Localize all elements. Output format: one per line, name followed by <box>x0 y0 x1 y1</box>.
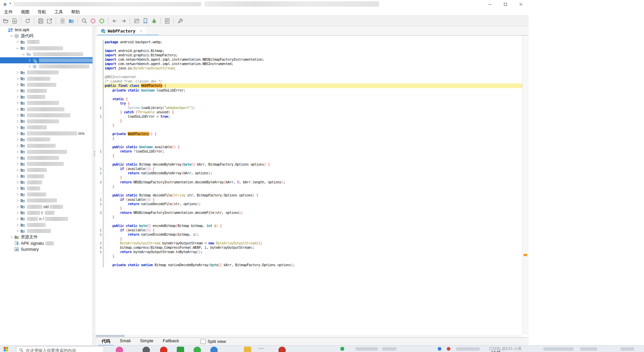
chevron-right-icon[interactable] <box>15 125 20 130</box>
toolbar-export-button[interactable] <box>45 16 54 25</box>
toolbar-deobfuscation-button[interactable] <box>132 16 141 25</box>
taskbar-app-icon[interactable] <box>160 347 167 352</box>
maximize-button[interactable] <box>498 0 513 9</box>
tree-row[interactable]: test.apk <box>0 27 93 33</box>
toolbar-debugger-button[interactable] <box>150 16 158 25</box>
chevron-right-icon[interactable] <box>15 162 20 167</box>
split-view-toggle[interactable]: Split view <box>201 339 226 344</box>
tree-row[interactable] <box>0 112 93 118</box>
chevron-right-icon[interactable] <box>15 229 20 234</box>
vertical-scrollbar[interactable] <box>522 36 529 335</box>
tree-row[interactable] <box>0 63 93 69</box>
tree-row[interactable]: Summary <box>0 246 93 252</box>
tree-row[interactable] <box>0 82 93 88</box>
chevron-right-icon[interactable] <box>15 192 20 197</box>
taskbar-app-icon[interactable] <box>177 347 184 352</box>
tree-row[interactable] <box>0 94 93 100</box>
tree-row[interactable]: t: <box>0 210 93 216</box>
chevron-right-icon[interactable] <box>27 58 32 63</box>
bottom-tab-code[interactable]: 代码 <box>98 338 114 346</box>
chevron-right-icon[interactable] <box>15 107 20 112</box>
chevron-right-icon[interactable] <box>15 216 20 221</box>
chevron-right-icon[interactable] <box>15 101 20 106</box>
split-view-checkbox[interactable] <box>201 339 206 344</box>
chevron-right-icon[interactable] <box>15 180 20 185</box>
toolbar-reload-button[interactable] <box>23 16 32 25</box>
chevron-right-icon[interactable] <box>15 95 20 100</box>
toolbar-nav-back-button[interactable] <box>110 16 119 25</box>
tree-row[interactable] <box>0 106 93 112</box>
taskbar-search-box[interactable]: 在这里输入你要搜索的内容 <box>16 346 104 352</box>
chevron-right-icon[interactable] <box>15 223 20 228</box>
tree-row[interactable]: 源代码 <box>0 33 93 39</box>
toolbar-preferences-button[interactable] <box>176 16 184 25</box>
chevron-right-icon[interactable] <box>27 64 32 69</box>
tree-row[interactable] <box>0 149 93 155</box>
chevron-right-icon[interactable] <box>15 204 20 209</box>
tree-row[interactable] <box>0 136 93 142</box>
chevron-right-icon[interactable] <box>15 186 20 191</box>
tree-row[interactable] <box>0 76 93 82</box>
tray-app-icon[interactable] <box>447 347 450 351</box>
tree-row[interactable]: 资源文件 <box>0 234 93 240</box>
tree-row[interactable] <box>0 69 93 75</box>
toolbar-search-comment-button[interactable] <box>97 16 106 25</box>
toolbar-log-viewer-button[interactable] <box>163 16 171 25</box>
chevron-down-icon[interactable] <box>21 52 26 57</box>
menu-help[interactable]: 帮助 <box>67 9 84 15</box>
tray-app-icon[interactable] <box>340 347 344 351</box>
horizontal-scrollbar[interactable] <box>96 335 522 337</box>
tree-row[interactable]: oid <box>0 203 93 210</box>
chevron-right-icon[interactable] <box>15 70 20 75</box>
taskbar-app-icon[interactable] <box>244 347 251 352</box>
tree-row[interactable] <box>0 191 93 197</box>
taskbar-app-icon[interactable] <box>210 347 218 352</box>
bottom-tab-smali[interactable]: Smali <box>116 338 134 346</box>
tree-row[interactable] <box>0 173 93 179</box>
tree-row[interactable] <box>0 45 93 51</box>
tree-row[interactable]: APK signatu <box>0 240 93 246</box>
start-button-icon[interactable] <box>3 347 8 352</box>
minimize-button[interactable] <box>482 0 498 9</box>
chevron-right-icon[interactable] <box>15 113 20 118</box>
tree-row[interactable] <box>0 222 93 228</box>
bottom-tab-fallback[interactable]: Fallback <box>159 338 182 346</box>
horizontal-scrollbar-thumb[interactable] <box>96 335 125 337</box>
chevron-down-icon[interactable] <box>9 34 14 39</box>
menu-tools[interactable]: 工具 <box>50 9 67 15</box>
chevron-right-icon[interactable] <box>15 119 20 124</box>
code-editor[interactable]: package android.backport.webp;import and… <box>96 36 522 335</box>
chevron-right-icon[interactable] <box>15 143 20 148</box>
taskbar-app-icon[interactable] <box>278 347 286 352</box>
project-tree[interactable]: test.apk源代码consoidt:n /资源文件APK signatuSu… <box>0 26 93 345</box>
bottom-tab-simple[interactable]: Simple <box>137 338 157 346</box>
chevron-right-icon[interactable] <box>15 131 20 136</box>
tab-webpfactory[interactable]: c WebPFactory <box>98 27 146 35</box>
close-button[interactable] <box>513 0 529 9</box>
menu-navigation[interactable]: 导航 <box>34 9 50 15</box>
taskbar-app-icon[interactable] <box>116 347 123 352</box>
chevron-right-icon[interactable] <box>15 149 20 154</box>
taskbar-app-icon[interactable] <box>194 347 201 352</box>
toolbar-new-project-button[interactable] <box>67 16 75 25</box>
tray-app-icon[interactable] <box>438 347 441 351</box>
tree-row[interactable] <box>0 185 93 191</box>
tree-row[interactable] <box>0 228 93 234</box>
tree-row[interactable] <box>0 100 93 106</box>
chevron-right-icon[interactable] <box>15 210 20 215</box>
toolbar-nav-forward-button[interactable] <box>119 16 128 25</box>
tree-row[interactable]: ons <box>0 130 93 136</box>
tree-row[interactable] <box>0 88 93 94</box>
tree-row[interactable] <box>0 167 93 173</box>
chevron-right-icon[interactable] <box>15 198 20 203</box>
tree-row[interactable] <box>0 155 93 161</box>
tree-row[interactable] <box>0 39 93 45</box>
toolbar-flat-packages-button[interactable] <box>58 16 67 25</box>
chevron-right-icon[interactable] <box>15 156 20 161</box>
tree-row[interactable] <box>0 118 93 124</box>
tree-row[interactable] <box>0 179 93 185</box>
chevron-right-icon[interactable] <box>15 82 20 87</box>
chevron-right-icon[interactable] <box>9 235 14 240</box>
tree-row-selected[interactable]: c <box>0 57 93 63</box>
toolbar-add-files-button[interactable] <box>10 16 19 25</box>
